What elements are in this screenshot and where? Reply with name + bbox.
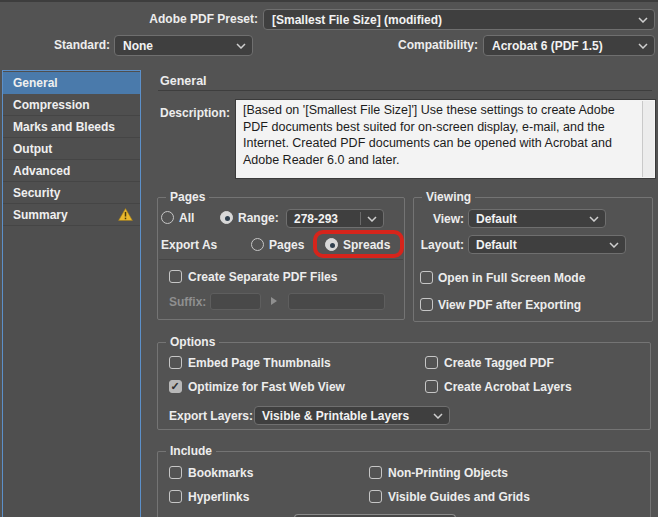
open-fullscreen-checkbox[interactable] — [420, 271, 433, 284]
range-radio[interactable] — [220, 211, 233, 224]
combo-divider — [360, 212, 361, 225]
viewing-group: Viewing View: Default Layout: Default Op… — [413, 197, 653, 322]
sidebar-item-label: Security — [13, 186, 60, 200]
all-radio-label[interactable]: All — [179, 211, 194, 225]
hyperlinks-checkbox[interactable] — [169, 490, 182, 503]
description-textbox[interactable]: [Based on '[Smallest File Size]'] Use th… — [235, 99, 656, 179]
pages-radio-label[interactable]: Pages — [269, 238, 304, 252]
standard-dropdown[interactable]: None — [114, 35, 253, 56]
sidebar-item-output[interactable]: Output — [3, 138, 140, 160]
sidebar-item-label: Marks and Bleeds — [13, 120, 115, 134]
create-separate-pdf-label[interactable]: Create Separate PDF Files — [188, 270, 337, 284]
view-value: Default — [476, 212, 517, 226]
include-legend: Include — [166, 445, 216, 458]
preset-value: [Smallest File Size] (modified) — [272, 13, 442, 27]
view-pdf-after-checkbox[interactable] — [420, 298, 433, 311]
pages-radio[interactable] — [251, 238, 264, 251]
compatibility-label: Compatibility: — [360, 38, 478, 52]
pages-legend: Pages — [166, 191, 209, 204]
warning-icon — [118, 208, 133, 221]
export-pdf-dialog: Adobe PDF Preset: [Smallest File Size] (… — [0, 0, 658, 517]
visible-guides-grids-label[interactable]: Visible Guides and Grids — [388, 490, 530, 504]
chevron-down-icon — [638, 43, 648, 49]
viewing-legend: Viewing — [422, 191, 475, 204]
heading-divider — [158, 90, 652, 91]
all-radio[interactable] — [161, 211, 174, 224]
preset-label: Adobe PDF Preset: — [0, 12, 258, 26]
sidebar-item-general[interactable]: General — [3, 72, 140, 94]
suffix-label: Suffix: — [169, 295, 206, 309]
sidebar-item-label: General — [13, 76, 58, 90]
range-value: 278-293 — [294, 212, 338, 226]
description-scrollbar[interactable] — [642, 101, 654, 177]
optimize-fast-web-checkbox[interactable] — [169, 380, 182, 393]
open-fullscreen-label[interactable]: Open in Full Screen Mode — [438, 271, 585, 285]
sidebar-item-label: Summary — [13, 208, 68, 222]
sidebar-item-compression[interactable]: Compression — [3, 94, 140, 116]
bookmarks-checkbox[interactable] — [169, 466, 182, 479]
sidebar-item-summary[interactable]: Summary — [3, 204, 140, 226]
description-label: Description: — [160, 106, 230, 120]
export-layers-label: Export Layers: — [169, 409, 253, 423]
hyperlinks-label[interactable]: Hyperlinks — [188, 490, 249, 504]
view-label: View: — [414, 212, 464, 226]
compatibility-value: Acrobat 6 (PDF 1.5) — [492, 39, 603, 53]
layout-value: Default — [476, 238, 517, 252]
chevron-down-icon — [638, 17, 648, 23]
options-legend: Options — [166, 336, 219, 349]
view-pdf-after-label[interactable]: View PDF after Exporting — [438, 298, 581, 312]
view-dropdown[interactable]: Default — [468, 209, 606, 228]
range-combobox[interactable]: 278-293 — [286, 209, 384, 228]
pages-divider — [159, 259, 403, 260]
range-radio-label[interactable]: Range: — [238, 211, 279, 225]
pages-group: Pages All Range: 278-293 Export As Pages… — [157, 197, 405, 320]
create-tagged-pdf-label[interactable]: Create Tagged PDF — [444, 356, 554, 370]
layout-dropdown[interactable]: Default — [468, 235, 626, 254]
standard-value: None — [123, 39, 153, 53]
sidebar-item-label: Output — [13, 142, 52, 156]
create-acrobat-layers-label[interactable]: Create Acrobat Layers — [444, 380, 572, 394]
layout-label: Layout: — [414, 238, 464, 252]
embed-thumbnails-checkbox[interactable] — [169, 356, 182, 369]
sidebar-item-security[interactable]: Security — [3, 182, 140, 204]
embed-thumbnails-label[interactable]: Embed Page Thumbnails — [188, 356, 331, 370]
create-tagged-pdf-checkbox[interactable] — [425, 356, 438, 369]
sidebar-item-marks-and-bleeds[interactable]: Marks and Bleeds — [3, 116, 140, 138]
annotation-highlight-spreads — [313, 230, 404, 258]
standard-label: Standard: — [0, 38, 110, 52]
export-as-label: Export As — [161, 238, 217, 252]
chevron-down-icon — [236, 43, 246, 49]
bookmarks-label[interactable]: Bookmarks — [188, 466, 253, 480]
sidebar-item-advanced[interactable]: Advanced — [3, 160, 140, 182]
chevron-down-icon — [367, 216, 377, 222]
preset-dropdown[interactable]: [Smallest File Size] (modified) — [263, 9, 655, 30]
non-printing-objects-label[interactable]: Non-Printing Objects — [388, 466, 508, 480]
chevron-down-icon — [589, 216, 599, 222]
chevron-down-icon — [433, 413, 443, 419]
settings-section-list: General Compression Marks and Bleeds Out… — [2, 70, 141, 517]
suffix-field-2 — [288, 293, 385, 310]
include-group: Include Bookmarks Non-Printing Objects H… — [157, 451, 651, 517]
sidebar-item-label: Compression — [13, 98, 90, 112]
suffix-arrow-icon — [271, 297, 277, 305]
export-layers-value: Visible & Printable Layers — [262, 409, 409, 423]
compatibility-dropdown[interactable]: Acrobat 6 (PDF 1.5) — [483, 35, 655, 56]
suffix-field-1 — [210, 293, 261, 310]
create-acrobat-layers-checkbox[interactable] — [425, 380, 438, 393]
sidebar-item-label: Advanced — [13, 164, 70, 178]
description-text: [Based on '[Smallest File Size]'] Use th… — [243, 103, 615, 167]
export-layers-dropdown[interactable]: Visible & Printable Layers — [254, 406, 450, 425]
panel-heading: General — [160, 74, 207, 88]
create-separate-pdf-checkbox[interactable] — [169, 270, 182, 283]
non-printing-objects-checkbox[interactable] — [369, 466, 382, 479]
chevron-down-icon — [609, 242, 619, 248]
options-group: Options Embed Page Thumbnails Create Tag… — [157, 342, 651, 430]
optimize-fast-web-label[interactable]: Optimize for Fast Web View — [188, 380, 345, 394]
visible-guides-grids-checkbox[interactable] — [369, 490, 382, 503]
